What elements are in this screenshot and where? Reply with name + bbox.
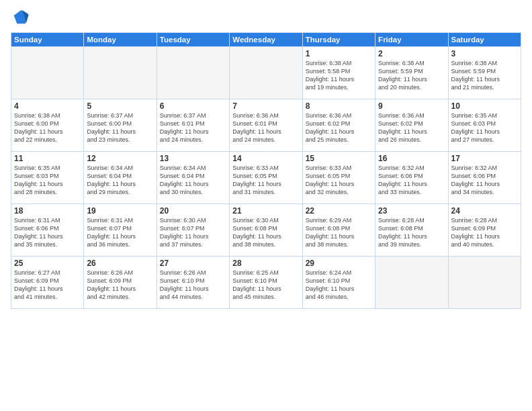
calendar-cell: 8Sunrise: 6:36 AM Sunset: 6:02 PM Daylig…	[302, 99, 375, 152]
cell-details: Sunrise: 6:36 AM Sunset: 6:02 PM Dayligh…	[306, 111, 372, 144]
cell-details: Sunrise: 6:34 AM Sunset: 6:04 PM Dayligh…	[87, 164, 153, 197]
calendar-cell: 18Sunrise: 6:31 AM Sunset: 6:06 PM Dayli…	[11, 204, 84, 257]
cell-details: Sunrise: 6:35 AM Sunset: 6:03 PM Dayligh…	[451, 111, 518, 144]
day-number: 17	[451, 154, 518, 163]
cell-details: Sunrise: 6:31 AM Sunset: 6:07 PM Dayligh…	[87, 216, 153, 249]
calendar-cell: 1Sunrise: 6:38 AM Sunset: 5:58 PM Daylig…	[302, 47, 375, 99]
day-number: 12	[87, 154, 153, 163]
cell-details: Sunrise: 6:36 AM Sunset: 6:01 PM Dayligh…	[232, 111, 299, 144]
logo-icon	[11, 8, 30, 27]
calendar-cell: 9Sunrise: 6:36 AM Sunset: 6:02 PM Daylig…	[375, 99, 448, 152]
cell-details: Sunrise: 6:38 AM Sunset: 5:58 PM Dayligh…	[306, 59, 372, 92]
cell-details: Sunrise: 6:25 AM Sunset: 6:10 PM Dayligh…	[232, 269, 299, 302]
calendar-cell: 12Sunrise: 6:34 AM Sunset: 6:04 PM Dayli…	[84, 152, 157, 204]
calendar-cell	[11, 47, 84, 99]
cell-details: Sunrise: 6:24 AM Sunset: 6:10 PM Dayligh…	[306, 269, 372, 302]
day-number: 15	[306, 154, 372, 163]
calendar-cell: 11Sunrise: 6:35 AM Sunset: 6:03 PM Dayli…	[11, 152, 84, 204]
weekday-header: Monday	[84, 33, 157, 47]
calendar-cell: 19Sunrise: 6:31 AM Sunset: 6:07 PM Dayli…	[84, 204, 157, 257]
calendar-cell: 26Sunrise: 6:26 AM Sunset: 6:09 PM Dayli…	[84, 257, 157, 309]
day-number: 16	[378, 154, 445, 163]
calendar-cell: 6Sunrise: 6:37 AM Sunset: 6:01 PM Daylig…	[157, 99, 229, 152]
calendar-cell: 10Sunrise: 6:35 AM Sunset: 6:03 PM Dayli…	[448, 99, 521, 152]
weekday-header: Thursday	[302, 33, 375, 47]
day-number: 7	[232, 101, 299, 111]
cell-details: Sunrise: 6:28 AM Sunset: 6:08 PM Dayligh…	[378, 216, 445, 249]
cell-details: Sunrise: 6:28 AM Sunset: 6:09 PM Dayligh…	[451, 216, 518, 249]
day-number: 25	[14, 259, 81, 268]
day-number: 24	[451, 206, 518, 216]
page-container: SundayMondayTuesdayWednesdayThursdayFrid…	[0, 0, 532, 411]
day-number: 29	[306, 259, 372, 268]
cell-details: Sunrise: 6:35 AM Sunset: 6:03 PM Dayligh…	[14, 164, 81, 197]
calendar-cell: 17Sunrise: 6:32 AM Sunset: 6:06 PM Dayli…	[448, 152, 521, 204]
day-number: 2	[378, 49, 445, 58]
day-number: 28	[232, 259, 299, 268]
calendar-cell: 21Sunrise: 6:30 AM Sunset: 6:08 PM Dayli…	[230, 204, 302, 257]
day-number: 23	[378, 206, 445, 216]
cell-details: Sunrise: 6:26 AM Sunset: 6:10 PM Dayligh…	[160, 269, 226, 302]
cell-details: Sunrise: 6:37 AM Sunset: 6:01 PM Dayligh…	[160, 111, 226, 144]
cell-details: Sunrise: 6:30 AM Sunset: 6:07 PM Dayligh…	[160, 216, 226, 249]
cell-details: Sunrise: 6:38 AM Sunset: 5:59 PM Dayligh…	[378, 59, 445, 92]
calendar-cell: 4Sunrise: 6:38 AM Sunset: 6:00 PM Daylig…	[11, 99, 84, 152]
cell-details: Sunrise: 6:30 AM Sunset: 6:08 PM Dayligh…	[232, 216, 299, 249]
cell-details: Sunrise: 6:26 AM Sunset: 6:09 PM Dayligh…	[87, 269, 153, 302]
cell-details: Sunrise: 6:32 AM Sunset: 6:06 PM Dayligh…	[378, 164, 445, 197]
day-number: 21	[232, 206, 299, 216]
cell-details: Sunrise: 6:27 AM Sunset: 6:09 PM Dayligh…	[14, 269, 81, 302]
calendar-week-row: 1Sunrise: 6:38 AM Sunset: 5:58 PM Daylig…	[11, 47, 521, 99]
day-number: 3	[451, 49, 518, 58]
day-number: 10	[451, 101, 518, 111]
calendar-cell: 28Sunrise: 6:25 AM Sunset: 6:10 PM Dayli…	[230, 257, 302, 309]
calendar-cell: 23Sunrise: 6:28 AM Sunset: 6:08 PM Dayli…	[375, 204, 448, 257]
cell-details: Sunrise: 6:38 AM Sunset: 6:00 PM Dayligh…	[14, 111, 81, 144]
cell-details: Sunrise: 6:34 AM Sunset: 6:04 PM Dayligh…	[160, 164, 226, 197]
calendar-cell	[448, 257, 521, 309]
day-number: 5	[87, 101, 153, 111]
calendar-week-row: 25Sunrise: 6:27 AM Sunset: 6:09 PM Dayli…	[11, 257, 521, 309]
day-number: 4	[14, 101, 81, 111]
calendar-cell: 29Sunrise: 6:24 AM Sunset: 6:10 PM Dayli…	[302, 257, 375, 309]
calendar-cell: 14Sunrise: 6:33 AM Sunset: 6:05 PM Dayli…	[230, 152, 302, 204]
day-number: 20	[160, 206, 226, 216]
day-number: 11	[14, 154, 81, 163]
weekday-header: Friday	[375, 33, 448, 47]
calendar-cell: 3Sunrise: 6:38 AM Sunset: 5:59 PM Daylig…	[448, 47, 521, 99]
day-number: 19	[87, 206, 153, 216]
calendar-cell	[375, 257, 448, 309]
calendar-week-row: 18Sunrise: 6:31 AM Sunset: 6:06 PM Dayli…	[11, 204, 521, 257]
day-number: 26	[87, 259, 153, 268]
weekday-header: Sunday	[11, 33, 84, 47]
calendar-cell: 15Sunrise: 6:33 AM Sunset: 6:05 PM Dayli…	[302, 152, 375, 204]
calendar-cell: 13Sunrise: 6:34 AM Sunset: 6:04 PM Dayli…	[157, 152, 229, 204]
header	[11, 8, 521, 27]
day-number: 13	[160, 154, 226, 163]
day-number: 27	[160, 259, 226, 268]
calendar-week-row: 11Sunrise: 6:35 AM Sunset: 6:03 PM Dayli…	[11, 152, 521, 204]
calendar-week-row: 4Sunrise: 6:38 AM Sunset: 6:00 PM Daylig…	[11, 99, 521, 152]
calendar-cell	[157, 47, 229, 99]
day-number: 14	[232, 154, 299, 163]
cell-details: Sunrise: 6:32 AM Sunset: 6:06 PM Dayligh…	[451, 164, 518, 197]
calendar-cell: 24Sunrise: 6:28 AM Sunset: 6:09 PM Dayli…	[448, 204, 521, 257]
calendar-cell: 25Sunrise: 6:27 AM Sunset: 6:09 PM Dayli…	[11, 257, 84, 309]
calendar-cell	[230, 47, 302, 99]
day-number: 22	[306, 206, 372, 216]
logo	[11, 8, 32, 27]
weekday-header: Tuesday	[157, 33, 229, 47]
calendar-cell: 2Sunrise: 6:38 AM Sunset: 5:59 PM Daylig…	[375, 47, 448, 99]
day-number: 1	[306, 49, 372, 58]
calendar-table: SundayMondayTuesdayWednesdayThursdayFrid…	[11, 32, 521, 309]
calendar-cell: 20Sunrise: 6:30 AM Sunset: 6:07 PM Dayli…	[157, 204, 229, 257]
weekday-header-row: SundayMondayTuesdayWednesdayThursdayFrid…	[11, 33, 521, 47]
calendar-cell: 27Sunrise: 6:26 AM Sunset: 6:10 PM Dayli…	[157, 257, 229, 309]
calendar-cell	[84, 47, 157, 99]
cell-details: Sunrise: 6:29 AM Sunset: 6:08 PM Dayligh…	[306, 216, 372, 249]
cell-details: Sunrise: 6:36 AM Sunset: 6:02 PM Dayligh…	[378, 111, 445, 144]
cell-details: Sunrise: 6:38 AM Sunset: 5:59 PM Dayligh…	[451, 59, 518, 92]
cell-details: Sunrise: 6:31 AM Sunset: 6:06 PM Dayligh…	[14, 216, 81, 249]
cell-details: Sunrise: 6:33 AM Sunset: 6:05 PM Dayligh…	[232, 164, 299, 197]
calendar-cell: 5Sunrise: 6:37 AM Sunset: 6:00 PM Daylig…	[84, 99, 157, 152]
